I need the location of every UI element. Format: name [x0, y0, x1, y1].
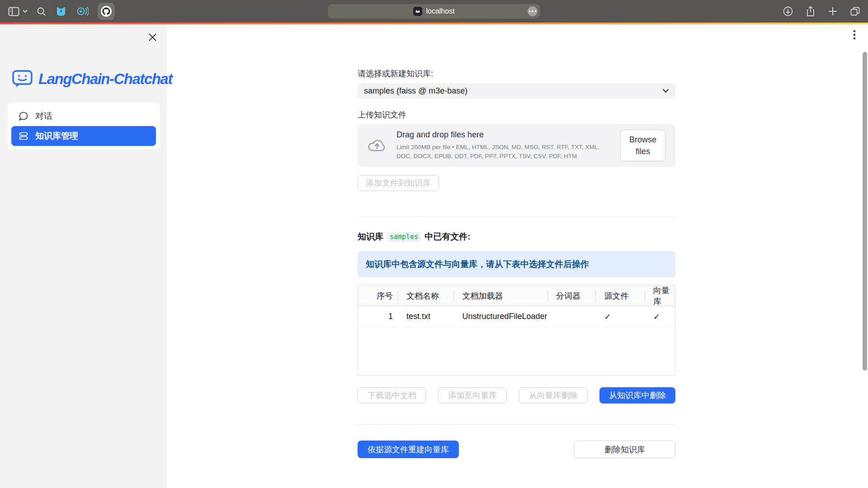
arc-extension-icon[interactable] [76, 5, 89, 17]
sidebar-item-label: 对话 [35, 110, 52, 122]
kb-files-heading: 知识库 samples 中已有文件: [358, 231, 675, 243]
app-logo: LangChain-Chatchat [12, 70, 172, 89]
file-action-buttons: 下载选中文档 添加至向量库 从向量库删除 从知识库中删除 [358, 387, 675, 404]
sidebar-nav: 对话 知识库管理 [8, 103, 160, 150]
share-icon[interactable] [805, 5, 816, 17]
scrollbar-thumb[interactable] [863, 52, 867, 371]
column-header[interactable]: 文档名称 [398, 286, 454, 306]
search-icon[interactable] [37, 7, 46, 16]
add-files-to-kb-button[interactable]: 添加文件到知识库 [358, 175, 439, 191]
kb-files-heading-suffix: 中已有文件: [425, 231, 470, 243]
kb-selectbox-value: samples (faiss @ m3e-base) [364, 86, 662, 96]
download-selected-button[interactable]: 下载选中文档 [358, 387, 426, 404]
chevron-down-icon [662, 89, 669, 93]
ellipsis-icon[interactable] [528, 6, 538, 16]
kb-name-code: samples [387, 232, 421, 242]
delete-from-kb-button[interactable]: 从知识库中删除 [599, 387, 675, 404]
cloud-upload-icon [368, 138, 387, 153]
browser-toolbar: localhost [0, 0, 868, 23]
downloads-icon[interactable] [783, 6, 793, 17]
streamlit-menu-button[interactable] [849, 28, 860, 42]
logo-text: LangChain-Chatchat [38, 70, 172, 88]
address-bar[interactable]: localhost [328, 4, 540, 19]
rebuild-vector-store-button[interactable]: 依据源文件重建向量库 [358, 441, 459, 458]
uploader-title: Drag and drop files here [396, 130, 610, 140]
main-area: 请选择或新建知识库: samples (faiss @ m3e-base) 上传… [167, 24, 868, 488]
cell-loader: UnstructuredFileLoader [454, 306, 547, 327]
table-empty-area [358, 327, 675, 375]
address-url: localhost [426, 7, 454, 15]
chevron-down-icon [23, 9, 28, 13]
delete-from-vector-store-button[interactable]: 从向量库删除 [519, 387, 588, 404]
sidebar-item-knowledge-base[interactable]: 知识库管理 [11, 126, 156, 146]
file-uploader-dropzone[interactable]: Drag and drop files here Limit 200MB per… [358, 124, 675, 167]
files-table: 序号 文档名称 文档加载器 分词器 源文件 向量库 1 test.txt Uns… [358, 285, 675, 376]
column-header[interactable]: 序号 [358, 286, 398, 306]
add-to-vector-store-button[interactable]: 添加至向量库 [438, 387, 507, 404]
sidebar: LangChain-Chatchat 对话 知识库管理 [0, 24, 167, 488]
browse-files-button[interactable]: Browse files [620, 130, 665, 161]
files-table-header: 序号 文档名称 文档加载器 分词器 源文件 向量库 [358, 286, 675, 306]
cell-splitter [548, 306, 596, 327]
uploader-texts: Drag and drop files here Limit 200MB per… [396, 130, 610, 160]
info-alert: 知识库中包含源文件与向量库，请从下表中选择文件后操作 [358, 251, 675, 277]
browser-sidebar-toggle[interactable] [8, 7, 28, 16]
upload-label: 上传知识文件 [358, 109, 675, 120]
uploader-limit-text: Limit 200MB per file • EML, HTML, JSON, … [396, 143, 610, 160]
kb-files-heading-prefix: 知识库 [358, 231, 383, 243]
new-tab-icon[interactable] [828, 6, 838, 16]
sidebar-item-label: 知识库管理 [35, 130, 78, 142]
divider [358, 424, 675, 425]
delete-kb-button[interactable]: 删除知识库 [574, 441, 675, 458]
column-header[interactable]: 文档加载器 [454, 286, 547, 306]
divider [358, 216, 675, 217]
table-row[interactable]: 1 test.txt UnstructuredFileLoader ✓ ✓ [358, 306, 675, 327]
database-icon [19, 131, 28, 141]
sidebar-toggle-icon [8, 7, 19, 16]
cat-extension-icon[interactable] [55, 5, 67, 17]
app-window: LangChain-Chatchat 对话 知识库管理 [0, 24, 868, 488]
sidebar-item-chat[interactable]: 对话 [11, 106, 156, 126]
kb-action-buttons: 依据源文件重建向量库 删除知识库 [358, 441, 675, 458]
column-header[interactable]: 源文件 [596, 286, 645, 306]
cell-file-name: test.txt [398, 306, 454, 327]
site-favicon [413, 7, 422, 16]
kb-select-label: 请选择或新建知识库: [358, 68, 675, 79]
tab-overview-icon[interactable] [849, 6, 861, 17]
column-header[interactable]: 分词器 [548, 286, 596, 306]
cell-index: 1 [358, 306, 398, 327]
kb-selectbox[interactable]: samples (faiss @ m3e-base) [358, 83, 675, 99]
logo-chat-bubble-icon [12, 70, 33, 89]
sidebar-close-button[interactable] [147, 32, 158, 42]
cell-source-file-check: ✓ [596, 306, 645, 327]
github-extension-icon[interactable] [98, 3, 115, 20]
page-content: 请选择或新建知识库: samples (faiss @ m3e-base) 上传… [358, 24, 675, 458]
cell-vector-store-check: ✓ [645, 306, 675, 327]
column-header[interactable]: 向量库 [645, 286, 675, 306]
close-icon [149, 33, 156, 41]
chat-bubble-icon [19, 111, 28, 121]
